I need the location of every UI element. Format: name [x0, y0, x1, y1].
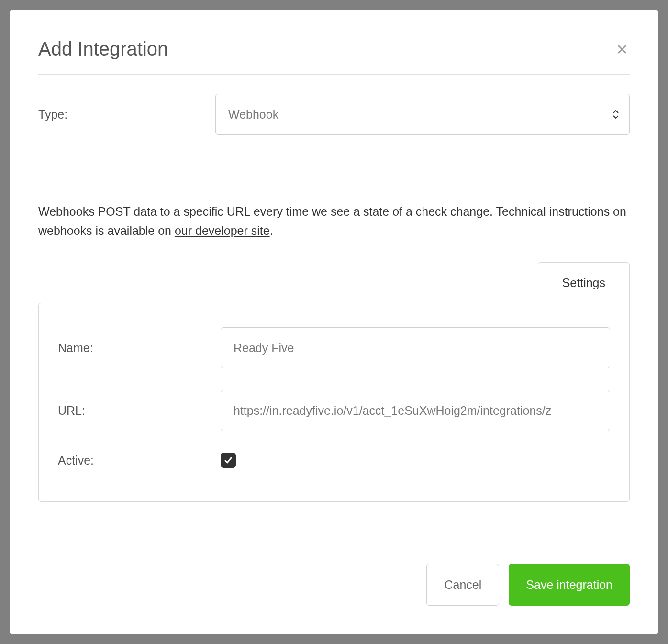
name-row: Name: [58, 327, 610, 368]
tabs-bar: Settings [38, 262, 630, 303]
url-label: URL: [58, 404, 221, 418]
close-icon [616, 44, 628, 55]
tabs-container: Settings Name: URL: Active: [38, 262, 630, 502]
check-icon [223, 455, 233, 465]
active-label: Active: [58, 454, 221, 467]
url-input[interactable] [221, 390, 610, 431]
active-checkbox[interactable] [221, 453, 236, 468]
description-part-1: Webhooks POST data to a specific URL eve… [38, 205, 626, 237]
developer-site-link[interactable]: our developer site [175, 224, 270, 237]
description-part-2: . [270, 224, 273, 237]
name-label: Name: [58, 341, 221, 355]
description-text: Webhooks POST data to a specific URL eve… [38, 202, 630, 240]
type-select[interactable]: Webhook [215, 94, 630, 135]
type-row: Type: Webhook [38, 94, 630, 135]
active-row: Active: [58, 453, 610, 468]
modal-footer: Cancel Save integration [38, 544, 630, 606]
save-integration-button[interactable]: Save integration [509, 564, 630, 606]
name-input[interactable] [221, 327, 610, 368]
close-button[interactable] [614, 42, 630, 57]
type-select-wrapper: Webhook [215, 94, 630, 135]
modal-header: Add Integration [38, 38, 630, 75]
type-label: Type: [38, 108, 215, 122]
modal-title: Add Integration [38, 38, 168, 60]
cancel-button[interactable]: Cancel [426, 564, 499, 606]
active-checkbox-wrapper [221, 453, 236, 468]
url-row: URL: [58, 390, 610, 431]
tab-settings[interactable]: Settings [538, 262, 630, 303]
settings-panel: Name: URL: Active: [38, 303, 630, 502]
add-integration-modal: Add Integration Type: Webhook Webhooks P… [10, 10, 658, 634]
